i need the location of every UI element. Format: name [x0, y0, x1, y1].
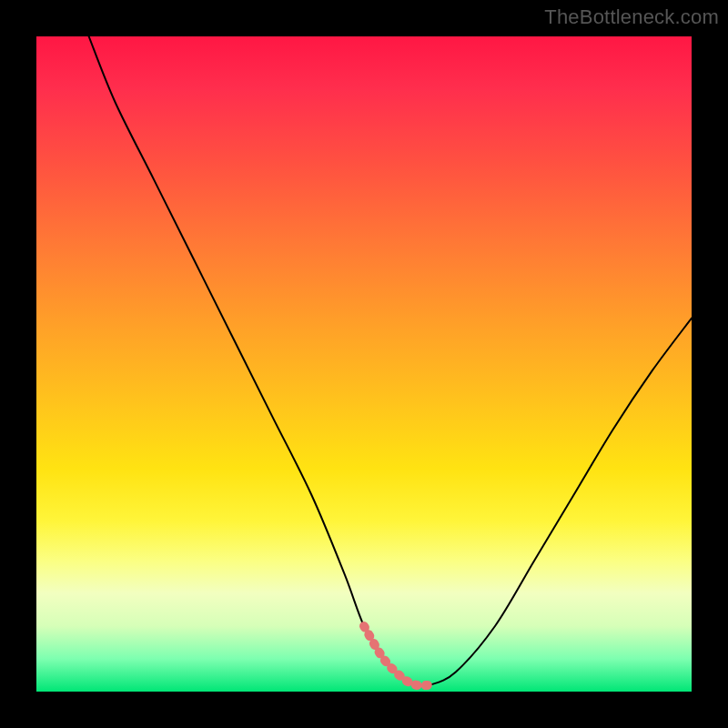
bottleneck-curve — [89, 36, 692, 686]
curve-layer — [36, 36, 692, 692]
watermark-text: TheBottleneck.com — [544, 5, 719, 29]
optimal-zone-highlight — [364, 626, 430, 685]
chart-frame: TheBottleneck.com — [0, 0, 728, 728]
plot-area — [36, 36, 692, 692]
